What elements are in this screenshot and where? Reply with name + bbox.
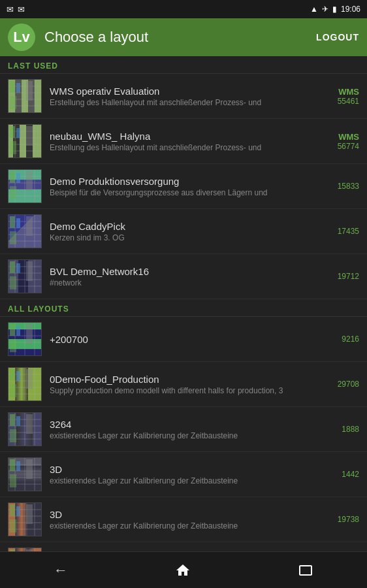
airplane-icon: ✈ xyxy=(322,5,328,14)
svg-rect-21 xyxy=(26,126,33,146)
svg-rect-18 xyxy=(10,126,15,138)
item-thumbnail xyxy=(8,412,42,446)
item-right: WMS55461 xyxy=(338,87,359,106)
svg-rect-143 xyxy=(300,566,311,575)
recent-button[interactable] xyxy=(285,557,327,583)
svg-rect-53 xyxy=(10,276,16,289)
item-right: 19738 xyxy=(338,515,359,524)
svg-rect-20 xyxy=(10,141,16,154)
item-title: +200700 xyxy=(50,334,336,345)
item-desc: existierendes Lager zur Kalibrierung der… xyxy=(50,521,332,531)
list-item[interactable]: 3Dexistierendes Lager zur Kalibrierung d… xyxy=(0,542,367,551)
svg-rect-95 xyxy=(10,459,15,471)
time-display: 19:06 xyxy=(341,5,360,14)
item-desc: Erstellung des Hallenlayout mit anschlie… xyxy=(50,98,332,107)
svg-rect-86 xyxy=(10,429,16,442)
svg-rect-31 xyxy=(10,186,16,199)
item-thumbnail xyxy=(8,367,42,401)
item-desc: Supply production demo modell with diffe… xyxy=(50,386,332,395)
item-thumbnail xyxy=(8,214,42,248)
list-item[interactable]: 0Demo-Food_ProductionSupply production d… xyxy=(0,362,367,407)
item-right: 1888 xyxy=(342,425,359,434)
item-tag: WMS xyxy=(338,132,359,142)
svg-rect-7 xyxy=(10,81,15,93)
list-item[interactable]: neubau_WMS_ HalynaErstellung des Hallenl… xyxy=(0,119,367,164)
item-title: 0Demo-Food_Production xyxy=(50,374,332,385)
home-button[interactable] xyxy=(162,557,204,583)
item-info: WMS operativ EvaluationErstellung des Ha… xyxy=(50,86,332,107)
page-title: Choose a layout xyxy=(44,29,316,46)
svg-rect-8 xyxy=(16,83,20,93)
item-id: 1888 xyxy=(342,425,359,434)
list-item[interactable]: 3264existierendes Lager zur Kalibrierung… xyxy=(0,407,367,452)
item-title: WMS operativ Evaluation xyxy=(50,86,332,97)
svg-rect-10 xyxy=(26,81,33,101)
status-right: ▲ ✈ ▮ 19:06 xyxy=(310,5,360,14)
item-info: +200700 xyxy=(50,334,336,345)
svg-rect-108 xyxy=(10,519,16,532)
list-item[interactable]: BVL Demo_Network16#network19712 xyxy=(0,254,367,299)
app-logo: Lv xyxy=(8,24,35,51)
item-thumbnail xyxy=(8,79,42,113)
item-thumbnail xyxy=(8,502,42,536)
item-id: 9216 xyxy=(342,335,359,344)
svg-rect-85 xyxy=(16,416,20,426)
item-id: 19712 xyxy=(338,272,359,281)
list-item[interactable]: Demo ProduktionsversorgungBeispiel für d… xyxy=(0,164,367,209)
top-bar: Lv Choose a layout LOGOUT xyxy=(0,18,367,56)
item-thumbnail xyxy=(8,547,42,551)
item-right: 1442 xyxy=(342,470,359,479)
item-desc: existierendes Lager zur Kalibrierung der… xyxy=(50,431,336,440)
svg-rect-40 xyxy=(10,216,15,228)
email-icon: ✉ xyxy=(18,5,25,14)
item-title: 3D xyxy=(50,464,336,475)
svg-rect-98 xyxy=(26,459,33,479)
item-right: 19712 xyxy=(338,272,359,281)
svg-rect-65 xyxy=(26,324,33,344)
item-tag: WMS xyxy=(338,87,359,97)
section-header-last-used: LAST USED xyxy=(0,56,367,74)
svg-rect-62 xyxy=(10,324,15,336)
item-id: 17435 xyxy=(338,227,359,236)
svg-rect-97 xyxy=(10,474,16,487)
item-right: 9216 xyxy=(342,335,359,344)
item-thumbnail xyxy=(8,259,42,293)
list-item[interactable]: 3Dexistierendes Lager zur Kalibrierung d… xyxy=(0,497,367,542)
logout-button[interactable]: LOGOUT xyxy=(316,32,359,42)
list-item[interactable]: WMS operativ EvaluationErstellung des Ha… xyxy=(0,74,367,119)
list-item[interactable]: 3Dexistierendes Lager zur Kalibrierung d… xyxy=(0,452,367,497)
item-right: 17435 xyxy=(338,227,359,236)
svg-rect-87 xyxy=(26,414,33,434)
svg-rect-42 xyxy=(10,231,16,244)
item-title: BVL Demo_Network16 xyxy=(50,266,332,277)
svg-rect-120 xyxy=(26,549,33,551)
svg-rect-19 xyxy=(16,128,20,138)
item-title: 3D xyxy=(50,509,332,520)
svg-rect-63 xyxy=(16,326,20,336)
item-right: WMS56774 xyxy=(338,132,359,151)
section-header-all-layouts: ALL LAYOUTS xyxy=(0,299,367,317)
item-desc: Kerzen sind im 3. OG xyxy=(50,233,332,242)
item-id: 1442 xyxy=(342,470,359,479)
svg-rect-51 xyxy=(10,261,15,273)
item-right: 15833 xyxy=(338,182,359,191)
item-id: 56774 xyxy=(338,142,359,151)
svg-rect-117 xyxy=(10,549,15,551)
item-right: 29708 xyxy=(338,380,359,389)
svg-rect-41 xyxy=(16,218,20,228)
item-id: 55461 xyxy=(338,97,359,106)
list-item[interactable]: +2007009216 xyxy=(0,317,367,362)
item-id: 19738 xyxy=(338,515,359,524)
status-left: ✉ ✉ xyxy=(7,5,25,14)
item-info: 3Dexistierendes Lager zur Kalibrierung d… xyxy=(50,509,332,531)
svg-rect-52 xyxy=(16,263,20,273)
back-button[interactable]: ← xyxy=(40,557,81,584)
svg-rect-109 xyxy=(26,504,33,524)
svg-rect-84 xyxy=(10,414,15,426)
svg-rect-73 xyxy=(10,369,15,381)
content-area: LAST USED WMS operativ EvaluationErstell… xyxy=(0,56,367,551)
svg-rect-64 xyxy=(10,339,16,352)
item-title: Demo CaddyPick xyxy=(50,221,332,232)
svg-rect-106 xyxy=(10,504,15,516)
list-item[interactable]: Demo CaddyPickKerzen sind im 3. OG17435 xyxy=(0,209,367,254)
